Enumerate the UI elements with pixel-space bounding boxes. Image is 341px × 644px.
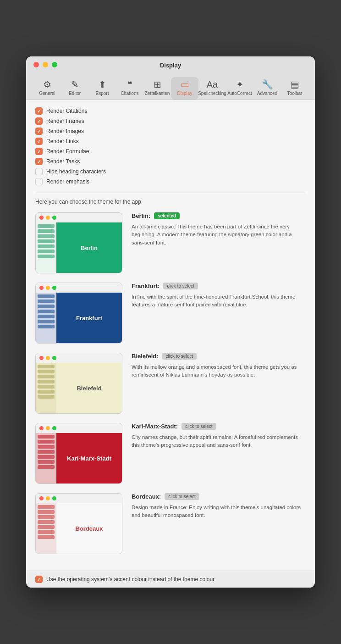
divider [35,193,306,193]
preview-main: Bordeaux [56,503,122,554]
display-label: Display [177,91,192,96]
preview-main: Karl-Marx-Stadt [56,433,122,483]
toolbar-item-zettelkasten[interactable]: ⊞Zettelkasten [143,77,171,100]
preview-dot [39,496,44,500]
toolbar-item-display[interactable]: ▭Display [171,77,198,100]
theme-cards: BerlinBerlin:selectedAn all-time classic… [35,212,306,554]
checkbox-row-render-emphasis: Render emphasis [35,178,306,185]
content-area: Render CitationsRender IframesRender Ima… [26,100,315,571]
theme-name-bordeaux: Bordeaux: [132,493,161,500]
theme-badge-berlin: selected [154,212,180,219]
checkbox-row-render-citations: Render Citations [35,107,306,115]
zettelkasten-label: Zettelkasten [145,91,170,96]
checkbox-row-render-formulae: Render Formulae [35,148,306,155]
toolbar-item-export[interactable]: ⬆Export [88,77,116,100]
advanced-icon: 🔧 [262,80,273,89]
close-button[interactable] [33,62,39,67]
theme-card-karl-marx-stadt: Karl-Marx-StadtKarl-Marx-Stadt:click to … [35,423,306,484]
maximize-button[interactable] [52,62,57,67]
theme-card-frankfurt: FrankfurtFrankfurt:click to selectIn lin… [35,283,306,344]
preview-main-label: Berlin [81,244,98,251]
preview-main-label: Bordeaux [76,525,103,532]
preview-main-label: Frankfurt [76,315,102,322]
theme-badge-frankfurt[interactable]: click to select [163,283,198,289]
theme-intro: Here you can choose the theme for the ap… [35,199,306,205]
autocorrect-label: AutoCorrect [227,91,252,96]
preview-main: Frankfurt [56,293,122,343]
preview-titlebar [36,423,122,433]
theme-name-row-karl-marx-stadt: Karl-Marx-Stadt:click to select [132,423,306,430]
preview-dot [39,216,44,220]
checkbox-label-render-links: Render Links [46,138,79,144]
toolbar-item-advanced[interactable]: 🔧Advanced [253,77,281,100]
theme-preview-berlin[interactable]: Berlin [35,212,122,273]
toolbar-item-spellchecking[interactable]: AaSpellchecking [198,77,226,100]
accent-checkbox[interactable] [35,576,43,583]
theme-card-berlin: BerlinBerlin:selectedAn all-time classic… [35,212,306,273]
preview-titlebar [36,283,122,293]
theme-preview-bordeaux[interactable]: Bordeaux [35,493,122,554]
theme-badge-bordeaux[interactable]: click to select [165,493,199,500]
preview-main: Bielefeld [56,363,122,413]
theme-preview-karl-marx-stadt[interactable]: Karl-Marx-Stadt [35,423,122,484]
toolbar-item-autocorrect[interactable]: ✦AutoCorrect [226,77,253,100]
checkbox-label-render-emphasis: Render emphasis [46,178,89,185]
preview-sidebar [36,503,56,554]
preview-dot [46,216,50,220]
preview-dot [46,426,50,430]
checkbox-label-render-formulae: Render Formulae [46,148,89,155]
export-icon: ⬆ [99,80,106,89]
theme-desc-berlin: An all-time classic: This theme has been… [132,223,306,247]
checkbox-list: Render CitationsRender IframesRender Ima… [35,107,306,185]
theme-name-bielefeld: Bielefeld: [132,353,159,360]
editor-label: Editor [69,91,81,96]
preview-sidebar [36,293,56,343]
checkbox-row-hide-heading: Hide heading characters [35,168,306,175]
toolbar-icon: ▤ [291,80,299,89]
theme-badge-karl-marx-stadt[interactable]: click to select [182,423,216,430]
theme-info-frankfurt: Frankfurt:click to selectIn line with th… [132,283,306,309]
checkbox-render-citations[interactable] [35,107,43,115]
preview-dot [52,426,56,430]
autocorrect-icon: ✦ [236,80,244,89]
preview-dot [52,496,56,500]
toolbar-item-citations[interactable]: ❝Citations [116,77,143,100]
general-label: General [39,91,55,96]
preview-main: Berlin [56,222,122,273]
checkbox-hide-heading[interactable] [35,168,43,175]
preview-sidebar [36,363,56,413]
preview-main-label: Bielefeld [77,385,101,392]
theme-preview-bielefeld[interactable]: Bielefeld [35,353,122,414]
preview-sidebar [36,222,56,273]
preview-dot [46,286,50,290]
checkbox-render-formulae[interactable] [35,148,43,155]
titlebar: Display ⚙General✎Editor⬆Export❝Citations… [26,56,315,100]
preview-content: Frankfurt [36,293,122,343]
window-title: Display [33,62,308,69]
toolbar-item-editor[interactable]: ✎Editor [61,77,88,100]
preview-dot [46,496,50,500]
checkbox-label-render-iframes: Render Iframes [46,118,84,124]
toolbar-item-general[interactable]: ⚙General [33,77,61,100]
export-label: Export [96,91,109,96]
citations-icon: ❝ [127,80,132,89]
toolbar-item-toolbar[interactable]: ▤Toolbar [281,77,308,100]
preview-sidebar [36,433,56,483]
checkbox-render-iframes[interactable] [35,117,43,125]
zettelkasten-icon: ⊞ [154,80,161,89]
advanced-label: Advanced [257,91,277,96]
minimize-button[interactable] [43,62,48,67]
editor-icon: ✎ [71,80,79,89]
checkbox-render-emphasis[interactable] [35,178,43,185]
checkbox-render-tasks[interactable] [35,158,43,165]
checkbox-render-images[interactable] [35,128,43,135]
main-window: Display ⚙General✎Editor⬆Export❝Citations… [26,56,315,588]
preview-dot [52,356,56,360]
theme-preview-frankfurt[interactable]: Frankfurt [35,283,122,344]
toolbar: ⚙General✎Editor⬆Export❝Citations⊞Zettelk… [33,73,308,100]
theme-badge-bielefeld[interactable]: click to select [162,353,197,360]
theme-name-frankfurt: Frankfurt: [132,283,160,289]
checkbox-render-links[interactable] [35,138,43,145]
theme-name-row-bielefeld: Bielefeld:click to select [132,353,306,360]
preview-titlebar [36,353,122,363]
